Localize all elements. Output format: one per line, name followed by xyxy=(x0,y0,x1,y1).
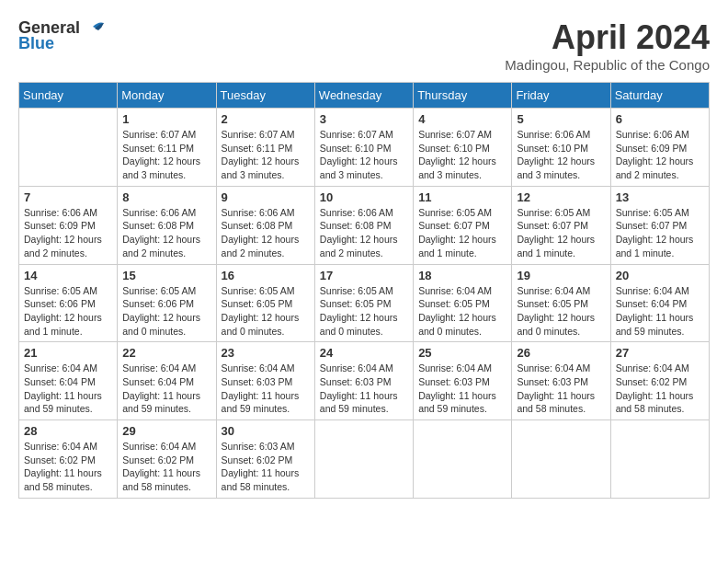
day-detail: Sunrise: 6:04 AM Sunset: 6:03 PM Dayligh… xyxy=(418,362,506,416)
day-number: 1 xyxy=(122,112,210,126)
day-number: 11 xyxy=(418,190,506,204)
col-saturday: Saturday xyxy=(610,83,709,109)
day-number: 18 xyxy=(418,269,506,282)
calendar-table: Sunday Monday Tuesday Wednesday Thursday… xyxy=(18,82,710,499)
calendar-cell: 21Sunrise: 6:04 AM Sunset: 6:04 PM Dayli… xyxy=(19,342,118,420)
calendar-cell xyxy=(314,420,413,499)
day-detail: Sunrise: 6:04 AM Sunset: 6:02 PM Dayligh… xyxy=(122,440,210,494)
calendar-header-row: Sunday Monday Tuesday Wednesday Thursday… xyxy=(19,83,710,109)
calendar-cell: 10Sunrise: 6:06 AM Sunset: 6:08 PM Dayli… xyxy=(314,186,413,264)
day-number: 26 xyxy=(517,346,605,360)
calendar-cell: 14Sunrise: 6:05 AM Sunset: 6:06 PM Dayli… xyxy=(19,264,118,342)
calendar-cell: 16Sunrise: 6:05 AM Sunset: 6:05 PM Dayli… xyxy=(216,264,314,342)
calendar-cell: 7Sunrise: 6:06 AM Sunset: 6:09 PM Daylig… xyxy=(19,186,118,264)
calendar-week-row: 28Sunrise: 6:04 AM Sunset: 6:02 PM Dayli… xyxy=(19,420,710,499)
calendar-week-row: 1Sunrise: 6:07 AM Sunset: 6:11 PM Daylig… xyxy=(19,109,710,187)
day-detail: Sunrise: 6:06 AM Sunset: 6:08 PM Dayligh… xyxy=(122,206,210,260)
day-number: 13 xyxy=(616,190,704,204)
calendar-cell: 12Sunrise: 6:05 AM Sunset: 6:07 PM Dayli… xyxy=(512,186,610,264)
calendar-cell: 18Sunrise: 6:04 AM Sunset: 6:05 PM Dayli… xyxy=(414,264,512,342)
day-detail: Sunrise: 6:05 AM Sunset: 6:07 PM Dayligh… xyxy=(616,206,704,260)
calendar-cell: 11Sunrise: 6:05 AM Sunset: 6:07 PM Dayli… xyxy=(414,186,512,264)
logo-bird-icon xyxy=(84,19,104,38)
col-wednesday: Wednesday xyxy=(314,83,413,109)
day-detail: Sunrise: 6:04 AM Sunset: 6:05 PM Dayligh… xyxy=(517,284,605,339)
day-detail: Sunrise: 6:04 AM Sunset: 6:03 PM Dayligh… xyxy=(517,362,605,416)
calendar-cell: 25Sunrise: 6:04 AM Sunset: 6:03 PM Dayli… xyxy=(414,342,512,420)
day-number: 9 xyxy=(222,190,310,204)
day-detail: Sunrise: 6:07 AM Sunset: 6:10 PM Dayligh… xyxy=(418,128,506,182)
day-number: 24 xyxy=(320,346,408,360)
title-area: April 2024 Madingou, Republic of the Con… xyxy=(505,18,710,73)
day-number: 23 xyxy=(222,346,310,360)
day-detail: Sunrise: 6:04 AM Sunset: 6:04 PM Dayligh… xyxy=(616,284,704,339)
calendar-cell: 13Sunrise: 6:05 AM Sunset: 6:07 PM Dayli… xyxy=(610,186,709,264)
col-monday: Monday xyxy=(118,83,216,109)
day-detail: Sunrise: 6:04 AM Sunset: 6:04 PM Dayligh… xyxy=(24,362,112,416)
day-number: 8 xyxy=(122,190,210,204)
calendar-cell: 4Sunrise: 6:07 AM Sunset: 6:10 PM Daylig… xyxy=(414,109,512,187)
day-number: 28 xyxy=(24,424,112,438)
calendar-cell: 24Sunrise: 6:04 AM Sunset: 6:03 PM Dayli… xyxy=(314,342,413,420)
day-detail: Sunrise: 6:04 AM Sunset: 6:05 PM Dayligh… xyxy=(418,284,506,339)
day-number: 3 xyxy=(320,112,408,126)
day-number: 16 xyxy=(222,269,310,282)
col-tuesday: Tuesday xyxy=(216,83,314,109)
month-title: April 2024 xyxy=(505,18,710,57)
calendar-cell: 28Sunrise: 6:04 AM Sunset: 6:02 PM Dayli… xyxy=(19,420,118,499)
day-detail: Sunrise: 6:05 AM Sunset: 6:06 PM Dayligh… xyxy=(24,284,112,339)
calendar-cell xyxy=(19,109,118,187)
calendar-cell: 15Sunrise: 6:05 AM Sunset: 6:06 PM Dayli… xyxy=(118,264,216,342)
logo-blue-text: Blue xyxy=(18,34,54,53)
day-number: 7 xyxy=(24,190,112,204)
day-number: 10 xyxy=(320,190,408,204)
day-number: 30 xyxy=(222,424,310,438)
day-number: 5 xyxy=(517,112,605,126)
day-detail: Sunrise: 6:06 AM Sunset: 6:10 PM Dayligh… xyxy=(517,128,605,182)
day-number: 22 xyxy=(122,346,210,360)
day-number: 20 xyxy=(616,269,704,282)
calendar-cell: 5Sunrise: 6:06 AM Sunset: 6:10 PM Daylig… xyxy=(512,109,610,187)
day-number: 6 xyxy=(616,112,704,126)
calendar-cell xyxy=(610,420,709,499)
day-detail: Sunrise: 6:04 AM Sunset: 6:03 PM Dayligh… xyxy=(320,362,408,416)
calendar-cell: 19Sunrise: 6:04 AM Sunset: 6:05 PM Dayli… xyxy=(512,264,610,342)
day-detail: Sunrise: 6:05 AM Sunset: 6:05 PM Dayligh… xyxy=(222,284,310,339)
calendar-cell: 26Sunrise: 6:04 AM Sunset: 6:03 PM Dayli… xyxy=(512,342,610,420)
day-detail: Sunrise: 6:04 AM Sunset: 6:03 PM Dayligh… xyxy=(222,362,310,416)
day-detail: Sunrise: 6:06 AM Sunset: 6:08 PM Dayligh… xyxy=(222,206,310,260)
day-detail: Sunrise: 6:06 AM Sunset: 6:08 PM Dayligh… xyxy=(320,206,408,260)
col-thursday: Thursday xyxy=(414,83,512,109)
calendar-cell: 20Sunrise: 6:04 AM Sunset: 6:04 PM Dayli… xyxy=(610,264,709,342)
day-detail: Sunrise: 6:07 AM Sunset: 6:11 PM Dayligh… xyxy=(222,128,310,182)
calendar-week-row: 7Sunrise: 6:06 AM Sunset: 6:09 PM Daylig… xyxy=(19,186,710,264)
day-number: 25 xyxy=(418,346,506,360)
col-sunday: Sunday xyxy=(19,83,118,109)
calendar-cell: 3Sunrise: 6:07 AM Sunset: 6:10 PM Daylig… xyxy=(314,109,413,187)
day-detail: Sunrise: 6:04 AM Sunset: 6:04 PM Dayligh… xyxy=(122,362,210,416)
day-detail: Sunrise: 6:03 AM Sunset: 6:02 PM Dayligh… xyxy=(222,440,310,494)
calendar-cell: 8Sunrise: 6:06 AM Sunset: 6:08 PM Daylig… xyxy=(118,186,216,264)
calendar-cell: 2Sunrise: 6:07 AM Sunset: 6:11 PM Daylig… xyxy=(216,109,314,187)
day-detail: Sunrise: 6:06 AM Sunset: 6:09 PM Dayligh… xyxy=(616,128,704,182)
calendar-cell: 23Sunrise: 6:04 AM Sunset: 6:03 PM Dayli… xyxy=(216,342,314,420)
header: General Blue April 2024 Madingou, Republ… xyxy=(18,18,710,73)
day-detail: Sunrise: 6:05 AM Sunset: 6:07 PM Dayligh… xyxy=(418,206,506,260)
calendar-cell: 22Sunrise: 6:04 AM Sunset: 6:04 PM Dayli… xyxy=(118,342,216,420)
day-detail: Sunrise: 6:05 AM Sunset: 6:06 PM Dayligh… xyxy=(122,284,210,339)
calendar-week-row: 14Sunrise: 6:05 AM Sunset: 6:06 PM Dayli… xyxy=(19,264,710,342)
day-number: 14 xyxy=(24,269,112,282)
day-number: 21 xyxy=(24,346,112,360)
calendar-cell: 27Sunrise: 6:04 AM Sunset: 6:02 PM Dayli… xyxy=(610,342,709,420)
day-detail: Sunrise: 6:07 AM Sunset: 6:10 PM Dayligh… xyxy=(320,128,408,182)
calendar-cell: 1Sunrise: 6:07 AM Sunset: 6:11 PM Daylig… xyxy=(118,109,216,187)
day-number: 19 xyxy=(517,269,605,282)
day-number: 4 xyxy=(418,112,506,126)
calendar-cell: 9Sunrise: 6:06 AM Sunset: 6:08 PM Daylig… xyxy=(216,186,314,264)
calendar-cell: 29Sunrise: 6:04 AM Sunset: 6:02 PM Dayli… xyxy=(118,420,216,499)
location-subtitle: Madingou, Republic of the Congo xyxy=(505,57,710,73)
logo: General Blue xyxy=(18,18,104,53)
calendar-week-row: 21Sunrise: 6:04 AM Sunset: 6:04 PM Dayli… xyxy=(19,342,710,420)
col-friday: Friday xyxy=(512,83,610,109)
calendar-cell: 30Sunrise: 6:03 AM Sunset: 6:02 PM Dayli… xyxy=(216,420,314,499)
